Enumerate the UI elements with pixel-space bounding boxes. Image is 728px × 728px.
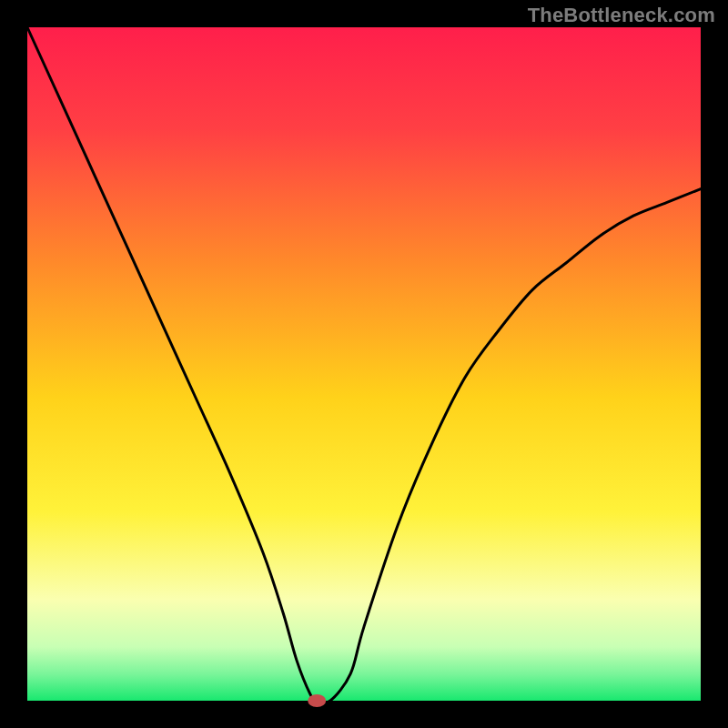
- minimum-marker: [308, 694, 326, 707]
- chart-svg: [0, 0, 728, 728]
- plot-background: [27, 27, 701, 701]
- chart-frame: { "watermark": "TheBottleneck.com", "col…: [0, 0, 728, 728]
- watermark-text: TheBottleneck.com: [528, 4, 715, 27]
